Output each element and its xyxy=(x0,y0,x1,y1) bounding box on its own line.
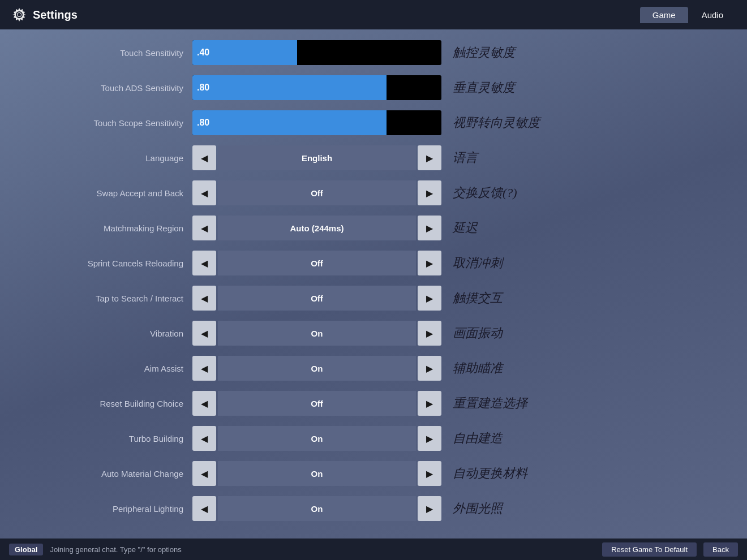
settings-row-peripheral-lighting: Peripheral Lighting◀On▶外围光照 xyxy=(0,491,747,526)
selector-value-tap-to-search: Off xyxy=(218,286,416,311)
setting-label-auto-material-change: Auto Material Change xyxy=(11,469,192,479)
left-arrow-icon: ◀ xyxy=(201,188,208,199)
selector-swap-accept-back: ◀Off▶ xyxy=(192,180,441,205)
right-arrow-icon: ▶ xyxy=(426,223,433,234)
next-btn-sprint-cancels-reloading[interactable]: ▶ xyxy=(418,251,441,275)
settings-row-language: Language◀English▶语言 xyxy=(0,140,747,175)
settings-panel: Touch Sensitivity.40触控灵敏度Touch ADS Sensi… xyxy=(0,29,747,539)
prev-btn-auto-material-change[interactable]: ◀ xyxy=(192,461,216,486)
annotation-peripheral-lighting: 外围光照 xyxy=(453,500,503,517)
annotation-turbo-building: 自由建造 xyxy=(453,430,503,447)
setting-label-touch-scope-sensitivity: Touch Scope Sensitivity xyxy=(11,118,192,128)
next-btn-vibration[interactable]: ▶ xyxy=(418,321,441,346)
tab-game[interactable]: Game xyxy=(640,7,688,23)
selector-value-aim-assist: On xyxy=(218,356,416,381)
setting-label-aim-assist: Aim Assist xyxy=(11,364,192,373)
right-arrow-icon: ▶ xyxy=(426,293,433,304)
next-btn-reset-building-choice[interactable]: ▶ xyxy=(418,391,441,416)
gear-icon xyxy=(11,7,27,23)
next-btn-tap-to-search[interactable]: ▶ xyxy=(418,286,441,311)
prev-btn-vibration[interactable]: ◀ xyxy=(192,321,216,346)
annotation-aim-assist: 辅助瞄准 xyxy=(453,360,503,377)
setting-label-swap-accept-back: Swap Accept and Back xyxy=(11,188,192,198)
setting-label-turbo-building: Turbo Building xyxy=(11,434,192,443)
right-arrow-icon: ▶ xyxy=(426,503,433,514)
left-arrow-icon: ◀ xyxy=(201,363,208,374)
left-arrow-icon: ◀ xyxy=(201,503,208,514)
right-arrow-icon: ▶ xyxy=(426,153,433,163)
global-label: Global xyxy=(9,544,43,555)
reset-game-button[interactable]: Reset Game To Default xyxy=(602,542,697,557)
tab-audio[interactable]: Audio xyxy=(689,7,736,23)
settings-row-swap-accept-back: Swap Accept and Back◀Off▶交换反馈(?) xyxy=(0,175,747,210)
setting-label-sprint-cancels-reloading: Sprint Cancels Reloading xyxy=(11,259,192,268)
selector-value-peripheral-lighting: On xyxy=(218,496,416,521)
prev-btn-turbo-building[interactable]: ◀ xyxy=(192,426,216,451)
annotation-tap-to-search: 触摸交互 xyxy=(453,290,503,307)
left-arrow-icon: ◀ xyxy=(201,398,208,409)
annotation-swap-accept-back: 交换反馈(?) xyxy=(453,184,517,201)
selector-turbo-building: ◀On▶ xyxy=(192,426,441,451)
selector-value-turbo-building: On xyxy=(218,426,416,451)
settings-row-reset-building-choice: Reset Building Choice◀Off▶重置建造选择 xyxy=(0,386,747,421)
slider-value-touch-scope-sensitivity: .80 xyxy=(197,118,209,128)
prev-btn-swap-accept-back[interactable]: ◀ xyxy=(192,180,216,205)
right-arrow-icon: ▶ xyxy=(426,433,433,444)
setting-label-reset-building-choice: Reset Building Choice xyxy=(11,399,192,408)
annotation-vibration: 画面振动 xyxy=(453,325,503,342)
next-btn-peripheral-lighting[interactable]: ▶ xyxy=(418,496,441,521)
selector-reset-building-choice: ◀Off▶ xyxy=(192,391,441,416)
right-arrow-icon: ▶ xyxy=(426,328,433,339)
selector-value-language: English xyxy=(218,145,416,170)
slider-touch-sensitivity[interactable]: .40 xyxy=(192,40,441,65)
slider-touch-ads-sensitivity[interactable]: .80 xyxy=(192,75,441,100)
settings-row-turbo-building: Turbo Building◀On▶自由建造 xyxy=(0,421,747,456)
annotation-auto-material-change: 自动更换材料 xyxy=(453,465,527,482)
selector-aim-assist: ◀On▶ xyxy=(192,356,441,381)
selector-auto-material-change: ◀On▶ xyxy=(192,461,441,486)
svg-point-2 xyxy=(18,13,21,16)
left-arrow-icon: ◀ xyxy=(201,223,208,234)
annotation-sprint-cancels-reloading: 取消冲刺 xyxy=(453,255,503,272)
setting-label-tap-to-search: Tap to Search / Interact xyxy=(11,294,192,303)
next-btn-auto-material-change[interactable]: ▶ xyxy=(418,461,441,486)
prev-btn-matchmaking-region[interactable]: ◀ xyxy=(192,216,216,240)
settings-row-touch-sensitivity: Touch Sensitivity.40触控灵敏度 xyxy=(0,35,747,70)
prev-btn-reset-building-choice[interactable]: ◀ xyxy=(192,391,216,416)
prev-btn-peripheral-lighting[interactable]: ◀ xyxy=(192,496,216,521)
setting-label-language: Language xyxy=(11,153,192,163)
prev-btn-aim-assist[interactable]: ◀ xyxy=(192,356,216,381)
selector-sprint-cancels-reloading: ◀Off▶ xyxy=(192,251,441,275)
setting-label-touch-ads-sensitivity: Touch ADS Sensitivity xyxy=(11,83,192,93)
settings-row-auto-material-change: Auto Material Change◀On▶自动更换材料 xyxy=(0,456,747,491)
next-btn-language[interactable]: ▶ xyxy=(418,145,441,170)
next-btn-matchmaking-region[interactable]: ▶ xyxy=(418,216,441,240)
next-btn-turbo-building[interactable]: ▶ xyxy=(418,426,441,451)
prev-btn-tap-to-search[interactable]: ◀ xyxy=(192,286,216,311)
settings-row-touch-ads-sensitivity: Touch ADS Sensitivity.80垂直灵敏度 xyxy=(0,70,747,105)
selector-value-matchmaking-region: Auto (244ms) xyxy=(218,216,416,240)
slider-value-touch-ads-sensitivity: .80 xyxy=(197,83,209,93)
setting-label-peripheral-lighting: Peripheral Lighting xyxy=(11,504,192,514)
selector-value-sprint-cancels-reloading: Off xyxy=(218,251,416,275)
settings-row-vibration: Vibration◀On▶画面振动 xyxy=(0,316,747,351)
settings-row-sprint-cancels-reloading: Sprint Cancels Reloading◀Off▶取消冲刺 xyxy=(0,245,747,281)
slider-touch-scope-sensitivity[interactable]: .80 xyxy=(192,110,441,135)
header-tabs: Game Audio xyxy=(640,7,736,23)
settings-row-touch-scope-sensitivity: Touch Scope Sensitivity.80视野转向灵敏度 xyxy=(0,105,747,140)
annotation-reset-building-choice: 重置建造选择 xyxy=(453,395,527,412)
selector-language: ◀English▶ xyxy=(192,145,441,170)
left-arrow-icon: ◀ xyxy=(201,328,208,339)
next-btn-aim-assist[interactable]: ▶ xyxy=(418,356,441,381)
selector-vibration: ◀On▶ xyxy=(192,321,441,346)
annotation-touch-sensitivity: 触控灵敏度 xyxy=(453,44,515,61)
selector-tap-to-search: ◀Off▶ xyxy=(192,286,441,311)
setting-label-vibration: Vibration xyxy=(11,329,192,338)
footer-chat-text: Joining general chat. Type "/" for optio… xyxy=(50,545,595,554)
settings-row-aim-assist: Aim Assist◀On▶辅助瞄准 xyxy=(0,351,747,386)
left-arrow-icon: ◀ xyxy=(201,153,208,163)
back-button[interactable]: Back xyxy=(703,542,738,557)
prev-btn-sprint-cancels-reloading[interactable]: ◀ xyxy=(192,251,216,275)
prev-btn-language[interactable]: ◀ xyxy=(192,145,216,170)
next-btn-swap-accept-back[interactable]: ▶ xyxy=(418,180,441,205)
